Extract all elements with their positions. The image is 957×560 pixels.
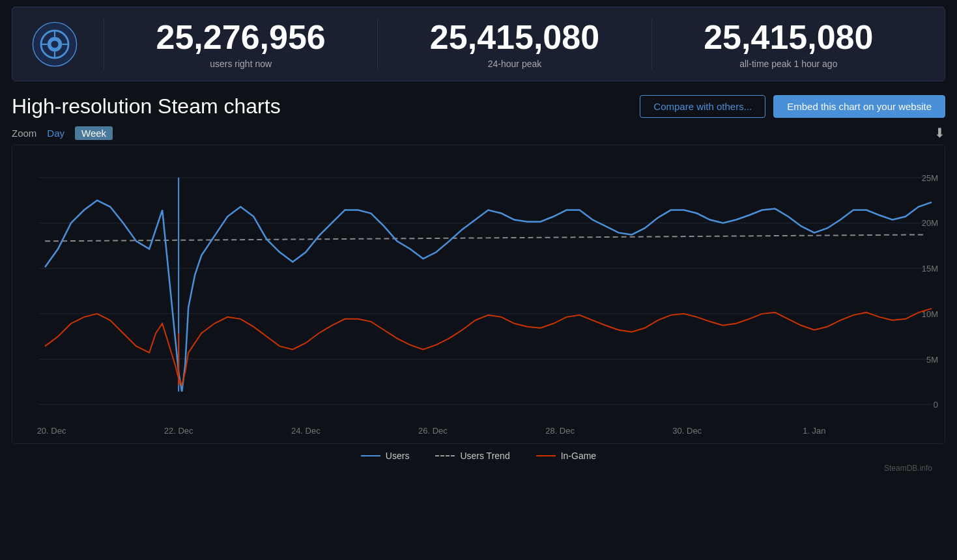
zoom-week-button[interactable]: Week [75,126,113,140]
legend-trend-line [435,455,455,456]
chart-container: 25M 20M 15M 10M 5M 0 20. Dec 22. Dec 24.… [12,145,945,444]
zoom-row: Zoom Day Week ⬇ [12,125,945,141]
chart-buttons: Compare with others... Embed this chart … [640,95,945,118]
current-users-label: users right now [124,59,358,69]
zoom-label: Zoom [12,128,36,139]
legend-trend: Users Trend [435,451,509,461]
svg-text:15M: 15M [922,264,938,273]
peak-24h-number: 25,415,080 [397,19,631,56]
svg-text:25M: 25M [922,173,938,183]
svg-text:26. Dec: 26. Dec [418,426,448,436]
legend-ingame-line [536,455,556,456]
steamdb-credit: SteamDB.info [12,464,945,477]
chart-header: High-resolution Steam charts Compare wit… [12,94,945,119]
chart-section: High-resolution Steam charts Compare wit… [0,88,957,477]
download-icon[interactable]: ⬇ [934,125,945,141]
svg-text:1. Jan: 1. Jan [803,426,825,436]
compare-button[interactable]: Compare with others... [640,95,765,118]
peak-24h-stat: 25,415,080 24-hour peak [377,19,651,69]
stats-bar: 25,276,956 users right now 25,415,080 24… [12,7,945,81]
steam-logo [32,21,78,67]
legend-ingame: In-Game [536,451,596,461]
svg-rect-8 [12,145,945,443]
svg-text:28. Dec: 28. Dec [545,426,575,436]
legend-ingame-label: In-Game [561,451,596,461]
legend-users-line [361,455,380,456]
svg-text:22. Dec: 22. Dec [164,426,193,436]
alltime-peak-label: all-time peak 1 hour ago [672,59,906,69]
svg-point-3 [51,40,58,48]
svg-text:24. Dec: 24. Dec [291,426,321,436]
svg-text:30. Dec: 30. Dec [672,426,702,436]
embed-button[interactable]: Embed this chart on your website [773,95,945,118]
svg-text:0: 0 [934,400,938,410]
current-users-stat: 25,276,956 users right now [104,19,377,69]
legend-users-label: Users [386,451,410,461]
chart-svg: 25M 20M 15M 10M 5M 0 20. Dec 22. Dec 24.… [12,145,945,443]
zoom-controls: Zoom Day Week [12,126,113,140]
chart-legend: Users Users Trend In-Game [12,451,945,464]
svg-text:20. Dec: 20. Dec [37,426,66,436]
zoom-day-button[interactable]: Day [43,126,68,140]
current-users-number: 25,276,956 [124,19,358,56]
chart-title: High-resolution Steam charts [12,94,281,119]
legend-trend-label: Users Trend [460,451,509,461]
svg-text:5M: 5M [926,355,938,365]
alltime-peak-stat: 25,415,080 all-time peak 1 hour ago [651,19,925,69]
alltime-peak-number: 25,415,080 [672,19,906,56]
peak-24h-label: 24-hour peak [397,59,631,69]
legend-users: Users [361,451,410,461]
svg-text:20M: 20M [922,219,938,229]
